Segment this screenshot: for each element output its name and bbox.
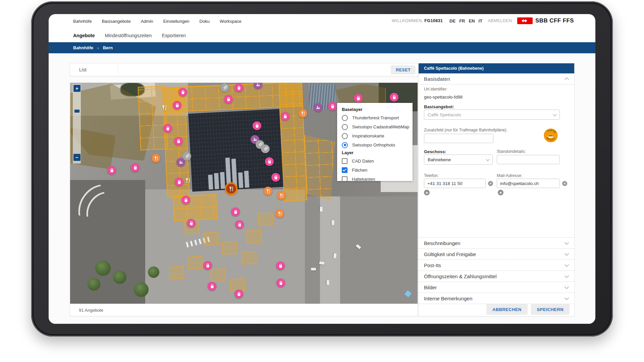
top-menu-item-einstellungen[interactable]: Einstellungen xyxy=(163,19,190,24)
map-marker-service[interactable] xyxy=(314,103,322,112)
top-menu-item-basisangebote[interactable]: Basisangebote xyxy=(102,19,131,24)
map-marker-shop[interactable] xyxy=(107,166,116,175)
url-identifier-value: geo-spettacolo-fd98 xyxy=(424,95,463,100)
radio-icon[interactable] xyxy=(342,115,348,121)
tab-exportieren[interactable]: Exportieren xyxy=(162,33,186,38)
list-header-bar: List RESET xyxy=(70,63,418,76)
map-marker-shop[interactable] xyxy=(281,112,289,121)
map-marker-shop[interactable] xyxy=(235,220,244,229)
overlay-option-fl-chen[interactable]: Flächen xyxy=(342,166,413,175)
map-marker-shop[interactable] xyxy=(174,137,183,145)
top-menu-item-bahnh-fe[interactable]: Bahnhöfe xyxy=(73,19,92,24)
checkbox-icon[interactable] xyxy=(342,167,347,173)
geschoss-select[interactable]: Bahnebene xyxy=(424,155,493,165)
map-marker-shop[interactable] xyxy=(253,121,261,130)
map-marker-shop[interactable] xyxy=(181,196,190,204)
map-marker-shop[interactable] xyxy=(175,178,183,186)
breadcrumb-root[interactable]: Bahnhöfe xyxy=(73,45,93,50)
mail-clear-icon[interactable]: × xyxy=(562,181,567,186)
top-menu-item-workspace[interactable]: Workspace xyxy=(220,19,241,24)
map-marker-shop[interactable] xyxy=(178,88,187,97)
section-basisdaten[interactable]: Basisdaten xyxy=(419,73,574,84)
map-marker-shop[interactable] xyxy=(271,173,280,182)
add-mail-icon[interactable]: + xyxy=(498,190,503,195)
zoom-slider-track[interactable] xyxy=(73,84,81,164)
reset-button[interactable]: RESET xyxy=(391,65,416,74)
top-menu-item-doku[interactable]: Doku xyxy=(200,19,210,24)
section-g-ltigkeit-und-freigabe[interactable]: Gültigkeit und Freigabe xyxy=(419,249,574,260)
section-bilder[interactable]: Bilder xyxy=(419,282,574,293)
section-interne-bemerkungen[interactable]: Interne Bemerkungen xyxy=(419,293,574,304)
map-marker-food[interactable] xyxy=(275,209,284,218)
baselayer-option-swisstopo-cadastralwebmap[interactable]: Swisstopo CadastralWebMap xyxy=(342,122,413,131)
map-marker-shop[interactable] xyxy=(224,95,233,104)
radio-icon[interactable] xyxy=(342,142,348,148)
language-de[interactable]: DE xyxy=(449,18,455,23)
basisangebot-select[interactable]: Caffè Spettacolo xyxy=(424,110,560,120)
map-marker-shop[interactable] xyxy=(328,102,337,111)
map-marker-shop[interactable] xyxy=(234,290,243,298)
chevron-down-icon xyxy=(565,274,569,278)
sbb-logo[interactable]: SBB CFF FFS xyxy=(517,17,574,24)
radio-icon[interactable] xyxy=(342,133,348,139)
map-marker-shop[interactable] xyxy=(173,101,181,110)
list-tab[interactable]: List xyxy=(70,63,118,76)
map-marker-shop[interactable] xyxy=(390,93,398,102)
map-marker-shop[interactable] xyxy=(231,207,240,216)
map-marker-shop[interactable] xyxy=(163,124,172,133)
zoom-out-button[interactable]: − xyxy=(73,154,80,161)
zoom-in-button[interactable]: + xyxy=(73,85,80,92)
radio-icon[interactable] xyxy=(342,124,348,130)
overlay-option-cad-daten[interactable]: CAD Daten xyxy=(342,157,413,166)
baselayer-option-inspirationskarte[interactable]: Inspirationskarte xyxy=(342,131,413,140)
telefon-clear-icon[interactable]: × xyxy=(488,181,493,186)
top-menu-item-admin[interactable]: Admin xyxy=(141,19,153,24)
checkbox-icon[interactable] xyxy=(342,158,347,164)
telefon-input[interactable] xyxy=(424,179,486,188)
map-marker-shop[interactable] xyxy=(276,279,285,287)
map-marker-shop[interactable] xyxy=(208,282,216,291)
overlay-option-haltekanten[interactable]: Haltekanten xyxy=(342,175,413,184)
language-it[interactable]: IT xyxy=(479,18,483,23)
map-marker-clip[interactable] xyxy=(261,144,270,153)
map-marker-shop[interactable] xyxy=(265,157,274,166)
map-marker-food-plain[interactable] xyxy=(161,104,168,112)
baselayer-option-thunderforest-transport[interactable]: Thunderforest Transport xyxy=(342,113,413,122)
cancel-button[interactable]: ABBRECHEN xyxy=(486,304,528,315)
language-en[interactable]: EN xyxy=(469,18,475,23)
mail-input[interactable] xyxy=(497,179,560,188)
map-marker-food[interactable] xyxy=(264,187,272,195)
map-marker-shop[interactable] xyxy=(276,261,285,270)
baselayer-label: Swisstopo Orthophoto xyxy=(352,142,395,147)
section-ffnungszeiten-zahlungsmittel[interactable]: Öffnungszeiten & Zahlungsmittel xyxy=(419,271,574,282)
language-fr[interactable]: FR xyxy=(459,18,465,23)
standortdetails-input[interactable] xyxy=(497,155,560,164)
add-telefon-icon[interactable]: + xyxy=(424,190,430,195)
zoom-slider-handle[interactable] xyxy=(74,110,79,113)
map-marker-selected[interactable] xyxy=(225,182,237,195)
checkbox-icon[interactable] xyxy=(342,176,347,182)
tab-angebote[interactable]: Angebote xyxy=(73,33,95,38)
section-beschreibungen[interactable]: Beschreibungen xyxy=(419,238,574,249)
form-actions: ABBRECHEN SPEICHERN xyxy=(486,304,570,315)
map-marker-shop[interactable] xyxy=(131,163,140,172)
map-marker-food[interactable] xyxy=(277,191,286,200)
map-marker-shop[interactable] xyxy=(203,261,212,270)
map-marker-service[interactable] xyxy=(176,158,185,167)
baselayer-option-swisstopo-orthophoto[interactable]: Swisstopo Orthophoto xyxy=(342,140,413,149)
map-marker-shop[interactable] xyxy=(354,94,363,103)
map-marker-shop[interactable] xyxy=(234,83,243,92)
section-label: Gültigkeit und Freigabe xyxy=(424,251,476,257)
map-marker-food-plain[interactable] xyxy=(184,177,192,184)
section-post-its[interactable]: Post-Its xyxy=(419,260,574,271)
tab-mindest-ffnungszeiten[interactable]: Mindestöffnungszeiten xyxy=(105,33,152,38)
zusatzfeld-input[interactable] xyxy=(424,134,493,143)
map-canvas[interactable]: + − Baselayer Thunderforest TransportSwi… xyxy=(70,83,418,304)
sbb-flag-icon xyxy=(517,17,533,24)
map-marker-shop[interactable] xyxy=(187,219,196,228)
map-marker-clip[interactable] xyxy=(220,83,229,92)
map-marker-food[interactable] xyxy=(299,109,307,118)
logout-link[interactable]: ABMELDEN xyxy=(488,18,512,23)
map-marker-food[interactable] xyxy=(152,154,160,163)
save-button[interactable]: SPEICHERN xyxy=(531,304,570,315)
